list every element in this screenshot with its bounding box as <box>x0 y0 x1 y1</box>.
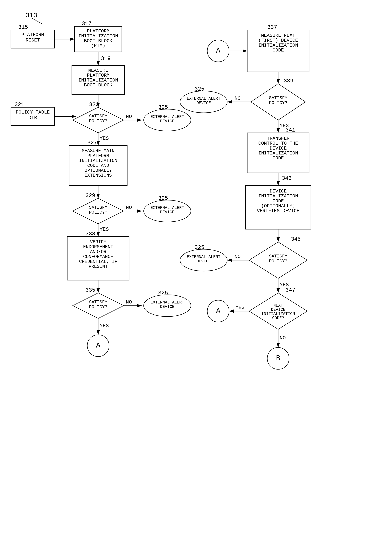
svg-text:A: A <box>216 307 220 315</box>
svg-text:NO: NO <box>126 114 132 119</box>
svg-text:VERIFY: VERIFY <box>90 240 106 245</box>
svg-text:EXTERNAL ALERT: EXTERNAL ALERT <box>151 300 184 305</box>
ref-345: 345 <box>291 236 301 242</box>
svg-text:POLICY?: POLICY? <box>89 304 107 310</box>
svg-text:SATISFY: SATISFY <box>269 254 287 259</box>
svg-text:INITIALIZATION: INITIALIZATION <box>258 193 298 199</box>
svg-text:CODE AND: CODE AND <box>87 163 109 168</box>
svg-text:INITIALIZATION: INITIALIZATION <box>79 158 117 163</box>
svg-text:CONTROL TO THE: CONTROL TO THE <box>258 141 298 146</box>
ref-333: 333 <box>85 231 95 237</box>
ref-339: 339 <box>284 78 294 84</box>
svg-text:DEVICE: DEVICE <box>160 304 174 309</box>
svg-text:INITIALIZATION: INITIALIZATION <box>78 33 118 39</box>
svg-rect-1 <box>0 0 392 552</box>
svg-text:MEASURE NEXT: MEASURE NEXT <box>261 33 295 38</box>
svg-text:SATISFY: SATISFY <box>89 114 107 119</box>
svg-text:CODE: CODE <box>273 48 284 53</box>
svg-text:NO: NO <box>126 205 132 210</box>
svg-text:EXTERNAL ALERT: EXTERNAL ALERT <box>187 96 221 101</box>
svg-text:NO: NO <box>126 299 132 305</box>
svg-text:EXTENSIONS: EXTENSIONS <box>84 173 112 178</box>
svg-text:CODE?: CODE? <box>272 316 284 320</box>
svg-text:DEVICE: DEVICE <box>196 101 211 105</box>
svg-text:YES: YES <box>100 323 109 329</box>
svg-text:POLICY TABLE: POLICY TABLE <box>16 110 50 115</box>
svg-text:YES: YES <box>280 282 289 288</box>
svg-text:PLATFORM: PLATFORM <box>87 153 109 158</box>
svg-text:YES: YES <box>100 226 109 232</box>
svg-text:AND/OR: AND/OR <box>90 249 106 255</box>
svg-text:A: A <box>96 341 100 350</box>
svg-text:DEVICE: DEVICE <box>270 146 287 151</box>
ref-325b: 325 <box>158 195 168 201</box>
svg-text:POLICY?: POLICY? <box>269 100 287 105</box>
svg-text:(FIRST) DEVICE: (FIRST) DEVICE <box>258 38 298 43</box>
svg-text:YES: YES <box>100 135 109 141</box>
ref-319: 319 <box>101 56 111 62</box>
svg-text:NEXT: NEXT <box>273 303 283 308</box>
platform-reset-label: PLATFORM <box>21 32 44 37</box>
svg-text:NO: NO <box>235 96 241 101</box>
svg-text:EXTERNAL ALERT: EXTERNAL ALERT <box>187 255 221 259</box>
svg-text:BOOT BLOCK: BOOT BLOCK <box>84 38 112 44</box>
svg-text:DEVICE: DEVICE <box>196 259 211 264</box>
ref-317: 317 <box>82 21 92 27</box>
svg-text:YES: YES <box>235 305 245 310</box>
svg-text:CREDENTIAL, IF: CREDENTIAL, IF <box>79 259 117 264</box>
svg-text:A: A <box>216 47 220 55</box>
svg-text:CONFORMANCE: CONFORMANCE <box>83 254 113 259</box>
ref-335: 335 <box>85 287 95 293</box>
ref-323: 323 <box>89 101 99 108</box>
svg-text:SATISFY: SATISFY <box>269 96 287 100</box>
svg-text:POLICY?: POLICY? <box>269 259 287 264</box>
svg-text:INITIALIZATION: INITIALIZATION <box>261 312 295 316</box>
svg-text:EXTERNAL ALERT: EXTERNAL ALERT <box>151 115 184 119</box>
svg-text:POLICY?: POLICY? <box>89 119 107 124</box>
flowchart: 313 PLATFORM RESET 315 PLATFORM INITIALI… <box>0 0 392 552</box>
ref-313: 313 <box>25 12 37 19</box>
svg-text:NO: NO <box>280 335 286 341</box>
svg-text:POLICY?: POLICY? <box>89 210 107 215</box>
svg-text:MEASURE MAIN: MEASURE MAIN <box>82 148 115 154</box>
ref-321: 321 <box>14 101 24 108</box>
ref-325d: 325 <box>195 86 204 92</box>
ref-327: 327 <box>87 140 97 146</box>
svg-text:CODE: CODE <box>273 198 284 204</box>
svg-text:DEVICE: DEVICE <box>271 307 285 312</box>
svg-text:TRANSFER: TRANSFER <box>267 136 290 141</box>
svg-text:DEVICE: DEVICE <box>160 119 174 124</box>
ref-315: 315 <box>18 24 28 30</box>
ref-337: 337 <box>267 24 277 30</box>
svg-text:INITIALIZATION: INITIALIZATION <box>258 42 298 48</box>
svg-text:OPTIONALLY: OPTIONALLY <box>84 168 112 173</box>
ref-341: 341 <box>286 127 295 133</box>
ref-347: 347 <box>286 287 295 293</box>
svg-text:PLATFORM: PLATFORM <box>87 28 110 34</box>
svg-text:SATISFY: SATISFY <box>89 300 107 304</box>
svg-text:DEVICE: DEVICE <box>270 189 287 194</box>
svg-text:ENDORSEMENT: ENDORSEMENT <box>83 244 113 250</box>
svg-text:BOOT BLOCK: BOOT BLOCK <box>84 82 112 88</box>
svg-text:B: B <box>276 354 280 362</box>
svg-text:INITIALIZATION: INITIALIZATION <box>78 78 118 83</box>
svg-text:RESET: RESET <box>26 37 40 43</box>
svg-text:SATISFY: SATISFY <box>89 205 107 210</box>
svg-text:INITIALIZATION: INITIALIZATION <box>258 150 298 156</box>
svg-text:DIR: DIR <box>28 115 37 120</box>
ref-325c: 325 <box>158 290 168 296</box>
ref-325a: 325 <box>158 104 168 110</box>
ref-343: 343 <box>282 175 292 181</box>
svg-text:(OPTIONALLY): (OPTIONALLY) <box>261 203 295 209</box>
svg-text:DEVICE: DEVICE <box>160 210 174 214</box>
ref-325e: 325 <box>195 244 204 251</box>
svg-text:PRESENT: PRESENT <box>89 264 108 269</box>
svg-text:MEASURE: MEASURE <box>88 68 108 73</box>
svg-text:CODE: CODE <box>273 155 284 161</box>
ref-329: 329 <box>85 192 95 199</box>
svg-text:NO: NO <box>235 254 241 259</box>
svg-text:(RTM): (RTM) <box>91 43 105 49</box>
svg-text:VERIFIES DEVICE: VERIFIES DEVICE <box>257 208 300 214</box>
svg-text:PLATFORM: PLATFORM <box>87 73 110 78</box>
svg-text:EXTERNAL ALERT: EXTERNAL ALERT <box>151 205 184 210</box>
